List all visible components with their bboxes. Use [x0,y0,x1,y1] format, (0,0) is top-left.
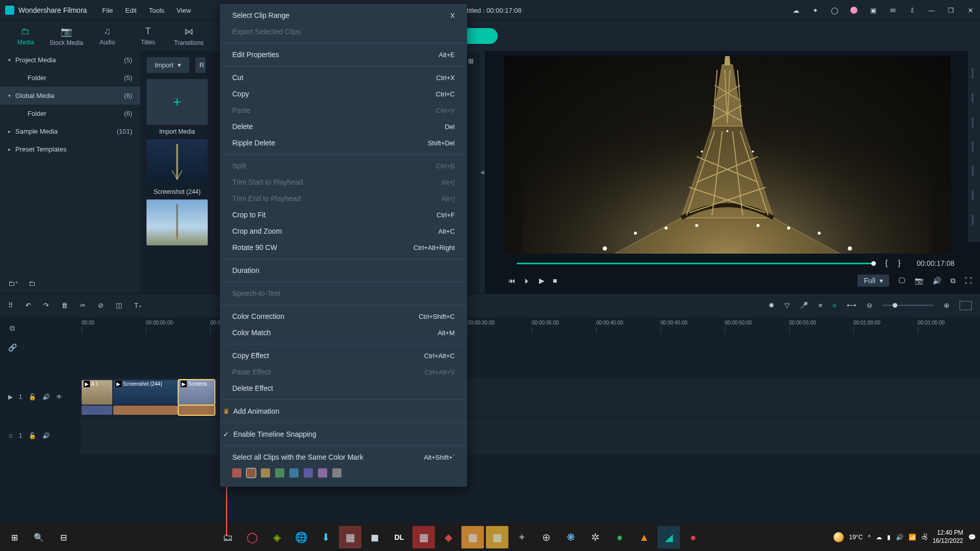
menu-file[interactable]: File [102,7,113,14]
tray-battery-icon[interactable]: ▮ [887,534,891,541]
sidebar-item-4[interactable]: ▸Sample Media(101) [0,122,140,140]
marker-icon[interactable]: ⍟ [832,302,837,309]
prev-frame-icon[interactable]: ⏮ [508,277,516,285]
app-generic-10[interactable]: ❋ [559,526,582,548]
clip-screenshot[interactable]: ▶ Screenshot (244) [113,380,178,405]
app-generic-4[interactable]: ▦ [412,526,435,548]
sidebar-item-1[interactable]: Folder(5) [0,69,140,87]
color-swatch[interactable] [289,468,299,478]
redo-icon[interactable]: ↷ [43,302,49,309]
app-generic-8[interactable]: ✦ [510,526,533,548]
import-button[interactable]: Import ▾ [146,57,189,73]
menu-ripple-del[interactable]: Ripple DeleteShift+Del [220,135,467,151]
menu-tools[interactable]: Tools [149,7,164,14]
app-filmora[interactable]: ◢ [657,526,680,548]
clip-selected-audio[interactable] [179,406,214,415]
tab-stock-media[interactable]: 📷 Stock Media [46,26,87,46]
record-button[interactable]: R [195,57,206,73]
app-opera[interactable]: ◯ [241,526,263,548]
mixer-icon[interactable]: ≡ [818,302,822,309]
tray-wifi-icon[interactable]: 📶 [909,534,916,541]
app-generic-11[interactable]: ✲ [584,526,606,548]
menu-snap[interactable]: ✓Enable Timeline Snapping [220,426,467,442]
app-generic-5[interactable]: ◆ [437,526,459,548]
weather-icon[interactable] [834,532,844,542]
menu-crop-zoom[interactable]: Crop and ZoomAlt+C [220,223,467,239]
menu-edit-props[interactable]: Edit PropertiesAlt+E [220,46,467,63]
tray-volume-icon[interactable]: 🔊 [896,534,903,541]
menu-copy-effect[interactable]: Copy EffectCtrl+Alt+C [220,347,467,364]
app-vlc[interactable]: ▲ [633,526,655,548]
color-swatch[interactable] [275,468,284,478]
media-thumbnail-2[interactable] [146,199,208,245]
lightbulb-icon[interactable]: ✦ [811,6,820,15]
tab-titles[interactable]: T Titles [128,26,168,46]
task-view-icon[interactable]: ⊟ [53,527,74,547]
close-icon[interactable]: ✕ [966,6,975,15]
app-generic-3[interactable]: ◼ [363,526,386,548]
deny-icon[interactable]: ⊘ [98,302,104,309]
app-generic-7[interactable]: ▦ [486,526,508,548]
fullscreen-icon[interactable]: ⛶ [965,277,972,285]
text-tool-icon[interactable]: T₊ [134,302,142,309]
mute-icon[interactable]: 🔊 [42,393,50,400]
lock-icon[interactable]: 🔓 [29,432,36,439]
color-swatch[interactable] [247,468,256,478]
snapshot-icon[interactable]: 📷 [915,277,923,285]
shield-icon[interactable]: ▽ [785,302,790,309]
app-chrome[interactable]: 🌐 [290,526,312,548]
minimize-icon[interactable]: — [927,6,936,15]
menu-add-anim[interactable]: ♛Add Animation [220,403,467,419]
render-icon[interactable]: ✺ [769,302,774,309]
menu-crop-fit[interactable]: Crop to FitCtrl+F [220,207,467,223]
new-folder-icon[interactable]: 🗀⁺ [8,280,18,287]
search-icon[interactable]: 🔍 [29,527,49,547]
menu-select-range[interactable]: Select Clip RangeX [220,7,467,23]
lock-icon[interactable]: 🔓 [29,393,36,400]
tab-transitions[interactable]: ⋈ Transitions [168,26,209,46]
import-media-tile[interactable]: + Import Media [146,79,208,135]
display-icon[interactable]: 🖵 [898,277,905,285]
menu-edit[interactable]: Edit [125,7,136,14]
sidebar-item-5[interactable]: ▸Preset Templates [0,140,140,158]
notification-icon[interactable]: 💬4 [968,534,976,541]
color-swatch[interactable] [332,468,341,478]
menu-rotate[interactable]: Rotate 90 CWCtrl+Alt+Right [220,239,467,256]
app-spotify[interactable]: ● [608,526,631,548]
save-icon[interactable]: ▣ [869,6,878,15]
grid-view-icon[interactable]: ⊞ [468,57,474,73]
clip-selected[interactable]: ▶ Screens [179,380,214,405]
menu-delete[interactable]: DeleteDel [220,118,467,135]
zoom-slider[interactable] [883,305,934,306]
media-thumbnail-1[interactable]: Screenshot (244) [146,139,208,195]
preview-progress[interactable] [517,263,874,264]
menu-duration[interactable]: Duration [220,262,467,279]
download-icon[interactable]: ⇩ [908,6,917,15]
sidebar-item-0[interactable]: ▾Project Media(5) [0,51,140,69]
tray-chevron-icon[interactable]: ^ [868,534,871,541]
taskbar-clock[interactable]: 12:40 PM 16/12/2022 [933,529,963,545]
zoom-out-icon[interactable]: ⊖ [867,302,872,309]
step-icon[interactable]: ⏵ [524,277,531,285]
app-generic-12[interactable]: ● [682,526,704,548]
clip-screenshot-audio[interactable] [113,406,178,415]
app-generic-1[interactable]: ⬇ [314,526,337,548]
clip-a1[interactable]: ▶ A 1 [82,380,112,405]
open-folder-icon[interactable]: 🗀 [29,280,35,287]
clip-a1-audio[interactable] [82,406,112,415]
mail-icon[interactable]: ✉ [888,6,897,15]
tray-onedrive-icon[interactable]: ☁ [876,534,882,541]
undo-icon[interactable]: ↶ [26,302,31,309]
menu-view[interactable]: View [177,7,191,14]
fit-icon[interactable] [960,301,972,310]
timeline-ruler[interactable]: 00:0000:00:05:0000:00:10:0000:00:30:0000… [0,317,980,337]
maximize-icon[interactable]: ❐ [946,6,955,15]
app-nvidia[interactable]: ◈ [265,526,288,548]
bracket-open[interactable]: { [885,259,888,268]
delete-icon[interactable]: 🗑 [61,302,68,309]
start-button[interactable]: ⊞ [4,527,24,547]
preview-video[interactable] [504,56,950,254]
profile-icon[interactable] [849,6,859,15]
menu-color-match[interactable]: Color MatchAlt+M [220,324,467,341]
sidebar-item-2[interactable]: ▾Global Media(6) [0,87,140,105]
